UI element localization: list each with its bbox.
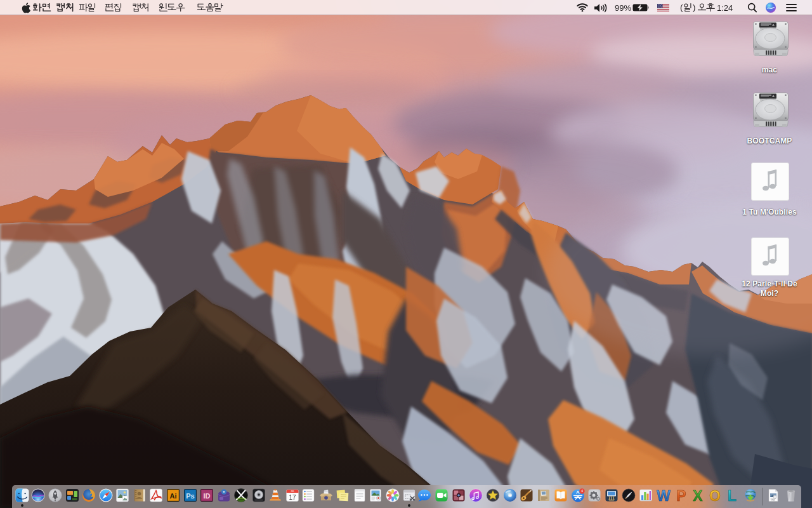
svg-text:Ps: Ps xyxy=(186,492,194,500)
svg-text:ID: ID xyxy=(204,492,211,500)
svg-text:17: 17 xyxy=(289,494,296,501)
svg-text:PDF: PDF xyxy=(771,499,775,502)
svg-text:JUL: JUL xyxy=(291,490,294,493)
svg-text:X: X xyxy=(693,488,703,502)
svg-text:O: O xyxy=(709,488,721,502)
svg-text:W: W xyxy=(657,488,671,502)
svg-text:L: L xyxy=(728,488,737,502)
svg-text:4: 4 xyxy=(581,489,583,493)
svg-text:Ai: Ai xyxy=(170,492,177,500)
svg-text:P: P xyxy=(676,488,686,502)
